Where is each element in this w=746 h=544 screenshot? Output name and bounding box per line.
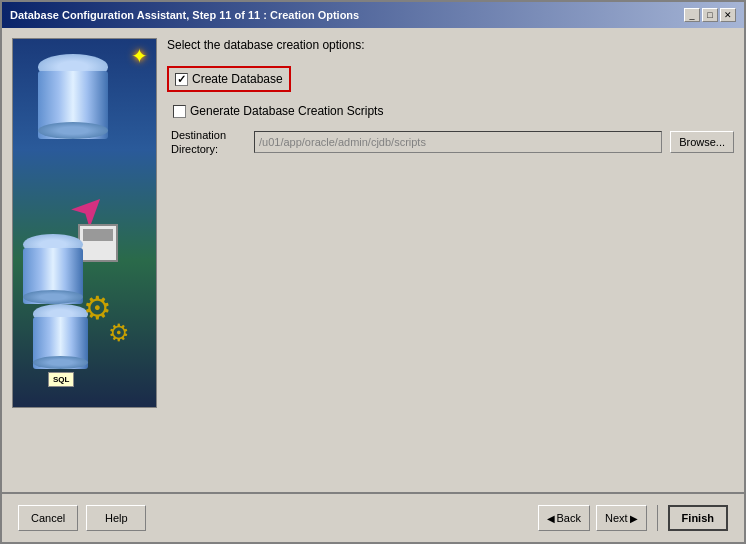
gear-icon-2: ⚙ [108,319,130,347]
floppy-disk-icon [78,224,118,262]
back-label: Back [557,512,581,524]
destination-input[interactable] [254,131,662,153]
browse-button[interactable]: Browse... [670,131,734,153]
create-database-label: Create Database [192,72,283,86]
cylinder-bottom-3 [33,356,88,369]
back-button[interactable]: ◀ Back [538,505,590,531]
window-title: Database Configuration Assistant, Step 1… [10,9,359,21]
main-content: ✦ ➤ [12,38,734,482]
back-arrow-icon: ◀ [547,513,555,524]
generate-scripts-label: Generate Database Creation Scripts [190,104,383,118]
database-cylinder-3 [33,304,88,369]
create-database-option-row: ✓ Create Database [167,66,291,92]
window-body: ✦ ➤ [2,28,744,492]
bottom-right-buttons: ◀ Back Next ▶ Finish [538,505,728,531]
bottom-left-buttons: Cancel Help [18,505,146,531]
scripts-section: Generate Database Creation Scripts Desti… [167,102,734,157]
cylinder-bottom-2 [23,290,83,304]
sparkle-icon: ✦ [131,44,148,68]
next-arrow-icon: ▶ [630,513,638,524]
create-database-checkbox-wrapper[interactable]: ✓ Create Database [175,72,283,86]
database-cylinder-1 [38,54,108,139]
cylinder-bottom-1 [38,122,108,139]
generate-scripts-option-row: Generate Database Creation Scripts [171,102,385,120]
cancel-button[interactable]: Cancel [18,505,78,531]
help-button[interactable]: Help [86,505,146,531]
destination-label: Destination Directory: [171,128,246,157]
instruction-text: Select the database creation options: [167,38,734,52]
generate-scripts-checkbox[interactable] [173,105,186,118]
button-separator [657,505,658,531]
generate-scripts-checkbox-wrapper[interactable]: Generate Database Creation Scripts [173,104,383,118]
bottom-bar: Cancel Help ◀ Back Next ▶ Finish [2,492,744,542]
right-options-panel: Select the database creation options: ✓ … [167,38,734,482]
minimize-button[interactable]: _ [684,8,700,22]
next-label: Next [605,512,628,524]
sql-label: SQL [48,372,74,387]
title-bar-buttons: _ □ ✕ [684,8,736,22]
close-button[interactable]: ✕ [720,8,736,22]
create-database-checkbox[interactable]: ✓ [175,73,188,86]
main-window: Database Configuration Assistant, Step 1… [0,0,746,544]
illustration-image: ✦ ➤ [13,39,156,407]
restore-button[interactable]: □ [702,8,718,22]
title-bar: Database Configuration Assistant, Step 1… [2,2,744,28]
finish-button[interactable]: Finish [668,505,728,531]
left-illustration-panel: ✦ ➤ [12,38,157,408]
next-button[interactable]: Next ▶ [596,505,647,531]
check-mark: ✓ [177,73,186,86]
database-cylinder-2 [23,234,83,304]
destination-row: Destination Directory: Browse... [171,128,734,157]
